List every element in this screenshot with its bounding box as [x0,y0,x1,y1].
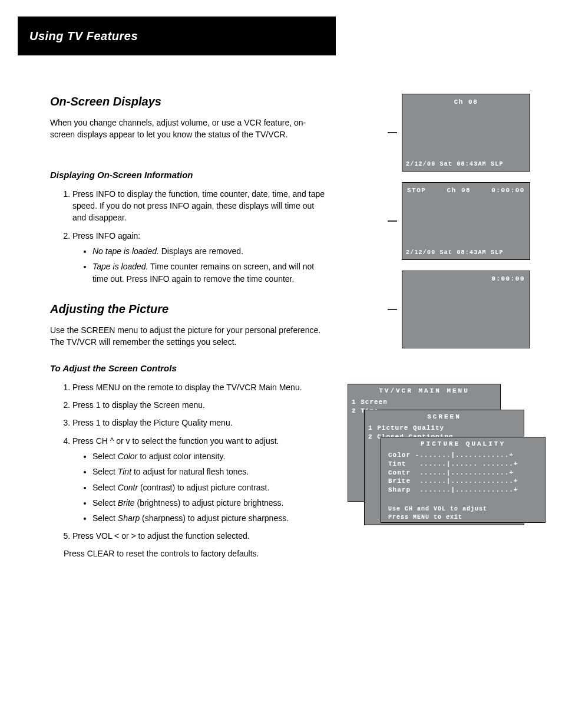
tv1-datetime: 2/12/00 Sat 08:43AM SLP [406,160,528,169]
pic-bullet-tint: Select Tint to adjust for natural flesh … [92,466,330,477]
tv-screen-2: STOP Ch 08 0:00:00 2/12/00 Sat 08:43AM S… [402,182,530,260]
screen-menu-title: SCREEN [368,413,520,421]
picture-intro: Use the SCREEN menu to adjust the pictur… [50,324,330,348]
pq-row-color: Color -.......|............+ [385,451,541,460]
info-bullet-tape: Tape is loaded. Time counter remains on … [92,261,330,285]
screen-row-1: 1 Picture Quality [368,424,520,433]
panel-picture-quality: PICTURE QUALITY Color -.......|.........… [381,437,546,523]
callout-dash-1 [388,132,397,133]
intro-paragraph: When you change channels, adjust volume,… [50,117,330,141]
pic-step-4: Press CH ^ or v to select the function y… [72,435,330,525]
pq-row-contr: Contr ......|.............+ [385,469,541,477]
pic-bullet-contr: Select Contr (contrast) to adjust pictur… [92,482,330,493]
pq-help-1: Use CH and VOL to adjust [388,505,541,513]
pic-step-3: Press 1 to display the Picture Quality m… [72,417,330,429]
main-menu-row-1: 1 Screen [352,398,497,407]
label-sharp: Sharp [118,513,140,523]
heading-onscreen: On-Screen Displays [50,94,330,110]
clear-note: Press CLEAR to reset the controls to fac… [64,548,330,559]
info-steps: Press INFO to display the function, time… [50,188,330,285]
tv2-datetime: 2/12/00 Sat 08:43AM SLP [406,249,528,257]
label-tint: Tint [118,467,131,476]
label-contr: Contr [118,483,138,492]
subheading-info: Displaying On-Screen Information [50,169,330,181]
tv2-counter: 0:00:00 [491,186,525,195]
notape-label: No tape is loaded. [92,246,159,256]
pic-bullet-brite: Select Brite (brightness) to adjust pict… [92,497,330,509]
menu-stack: TV/VCR MAIN MENU 1 Screen 2 Time SCREEN … [348,384,530,531]
title-band: Using TV Features [18,17,336,55]
tv-screen-3: 0:00:00 [402,271,530,348]
subheading-screen: To Adjust the Screen Controls [50,363,330,374]
pic-bullet-sharp: Select Sharp (sharpness) to adjust pictu… [92,512,330,524]
pic-step-4-text: Press CH ^ or v to select the function y… [72,436,279,446]
pq-row-tint: Tint ......|...... .......+ [385,460,541,469]
pic-step-5: Press VOL < or > to adjust the function … [72,530,330,542]
text-brite: (brightness) to adjust picture brightnes… [135,498,284,508]
tv3-counter: 0:00:00 [491,275,525,284]
tv1-channel: Ch 08 [402,98,530,107]
tv-screen-1: Ch 08 2/12/00 Sat 08:43AM SLP [402,94,530,172]
label-color: Color [118,452,137,461]
tv2-stop: STOP [407,186,426,195]
pic-step-2: Press 1 to display the Screen menu. [72,399,330,411]
text-color: to adjust color intensity. [137,452,225,461]
info-step-2: Press INFO again: No tape is loaded. Dis… [72,230,330,285]
tv2-channel: Ch 08 [447,186,471,195]
label-brite: Brite [118,498,135,508]
tape-label: Tape is loaded. [92,262,148,271]
info-step-2-text: Press INFO again: [72,231,140,241]
pq-row-sharp: Sharp .......|.............+ [385,486,541,495]
pic-bullet-color: Select Color to adjust color intensity. [92,450,330,462]
callout-dash-3 [388,309,397,310]
info-step-1: Press INFO to display the function, time… [72,188,330,224]
text-sharp: (sharpness) to adjust picture sharpness. [140,513,289,523]
notape-text: Displays are removed. [159,246,243,256]
pic-step-1: Press MENU on the remote to display the … [72,381,330,393]
heading-picture: Adjusting the Picture [50,301,330,317]
picture-steps: Press MENU on the remote to display the … [50,381,330,542]
text-contr: (contrast) to adjust picture contrast. [138,483,269,492]
info-bullet-notape: No tape is loaded. Displays are removed. [92,245,330,257]
main-menu-title: TV/VCR MAIN MENU [352,387,497,396]
pq-help-2: Press MENU to exit [388,513,541,522]
text-tint: to adjust for natural flesh tones. [131,467,249,476]
callout-dash-2 [388,220,397,222]
pq-row-brite: Brite ......|..............+ [385,477,541,486]
pq-title: PICTURE QUALITY [385,440,541,449]
